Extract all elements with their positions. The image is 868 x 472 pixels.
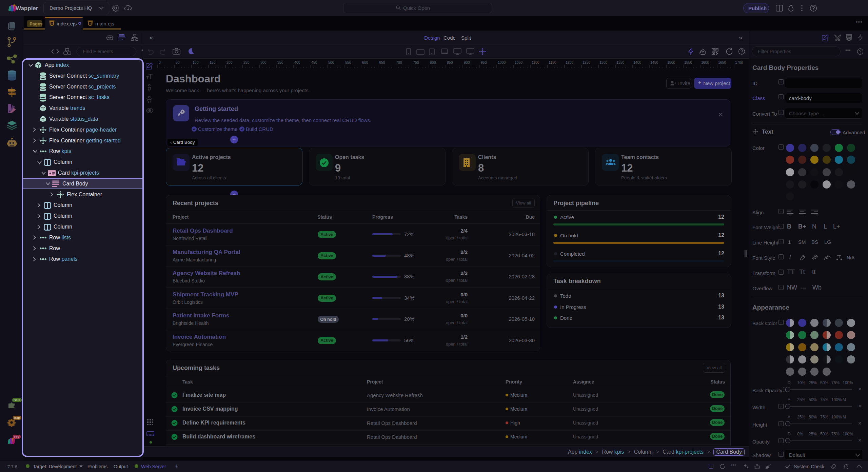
svg-text:700: 700	[396, 60, 402, 64]
svg-text:950: 950	[481, 60, 487, 64]
svg-text:300: 300	[260, 60, 267, 64]
svg-text:400: 400	[294, 60, 300, 64]
svg-text:650: 650	[379, 60, 385, 64]
svg-text:250: 250	[243, 60, 250, 64]
svg-text:750: 750	[413, 60, 419, 64]
svg-text:1450: 1450	[650, 60, 658, 64]
svg-text:200: 200	[226, 60, 233, 64]
svg-text:1350: 1350	[616, 60, 625, 64]
svg-text:450: 450	[311, 60, 317, 64]
svg-text:1400: 1400	[633, 60, 642, 64]
svg-text:550: 550	[345, 60, 351, 64]
svg-text:1100: 1100	[532, 60, 539, 64]
svg-text:500: 500	[328, 60, 334, 64]
svg-text:1650: 1650	[718, 60, 726, 64]
svg-text:800: 800	[430, 60, 436, 64]
svg-text:900: 900	[464, 60, 470, 64]
svg-text:1150: 1150	[549, 60, 556, 64]
svg-text:350: 350	[277, 60, 283, 64]
svg-text:1550: 1550	[684, 60, 692, 64]
svg-text:50: 50	[176, 60, 180, 64]
svg-text:150: 150	[210, 60, 216, 64]
svg-text:1300: 1300	[599, 60, 608, 64]
svg-text:1250: 1250	[583, 60, 591, 64]
svg-text:0: 0	[159, 60, 161, 64]
svg-text:850: 850	[447, 60, 453, 64]
svg-text:1050: 1050	[515, 60, 523, 64]
svg-text:1600: 1600	[701, 60, 709, 64]
svg-text:1000: 1000	[498, 60, 506, 64]
svg-text:100: 100	[193, 60, 199, 64]
svg-text:1700: 1700	[735, 60, 743, 64]
svg-text:600: 600	[362, 60, 368, 64]
svg-text:1200: 1200	[566, 60, 574, 64]
svg-text:1500: 1500	[667, 60, 675, 64]
